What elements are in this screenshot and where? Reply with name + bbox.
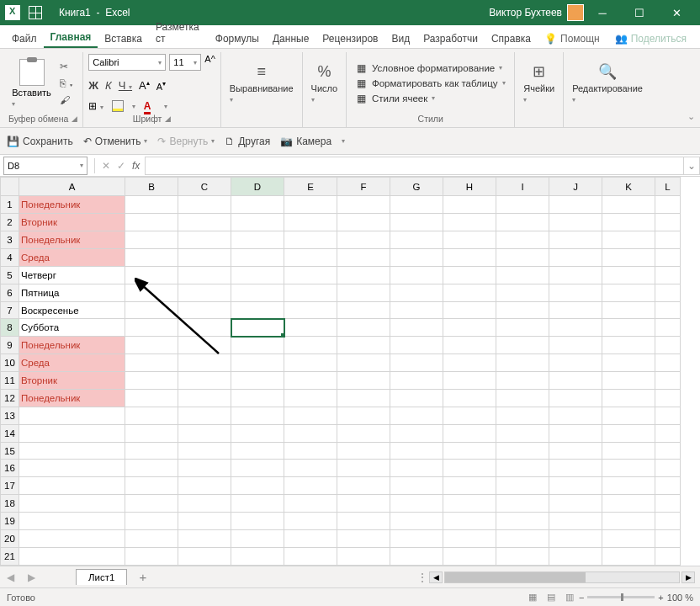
tab-formulas[interactable]: Формулы	[209, 29, 266, 48]
cell-E18[interactable]	[284, 495, 337, 513]
add-sheet-button[interactable]: +	[127, 570, 158, 584]
zoom-in-button[interactable]: +	[658, 593, 663, 603]
name-box[interactable]: D8▾	[3, 157, 88, 175]
row-header-18[interactable]: 18	[1, 495, 19, 513]
row-header-5[interactable]: 5	[1, 266, 19, 284]
qat-more[interactable]: ▾	[342, 137, 345, 145]
formula-bar[interactable]	[145, 157, 683, 175]
cell-J8[interactable]	[549, 319, 602, 337]
cell-C15[interactable]	[178, 442, 231, 460]
cell-A1[interactable]: Понедельник	[19, 196, 125, 214]
cell-G16[interactable]	[390, 460, 443, 477]
cell-L18[interactable]	[655, 495, 681, 513]
page-layout-view-button[interactable]: ▤	[542, 592, 560, 603]
cell-A19[interactable]	[19, 513, 125, 530]
cell-A12[interactable]: Понедельник	[19, 389, 125, 407]
row-header-1[interactable]: 1	[1, 196, 19, 214]
cell-G2[interactable]	[390, 214, 443, 231]
cell-G4[interactable]	[390, 248, 443, 266]
col-header-E[interactable]: E	[284, 178, 337, 196]
row-header-9[interactable]: 9	[1, 337, 19, 354]
cell-D4[interactable]	[231, 248, 284, 266]
cell-K2[interactable]	[602, 214, 655, 231]
hscroll-track[interactable]	[444, 571, 680, 583]
cell-H5[interactable]	[443, 266, 496, 284]
cell-C5[interactable]	[178, 266, 231, 284]
cell-E19[interactable]	[284, 513, 337, 530]
col-header-D[interactable]: D	[231, 178, 284, 196]
cell-E8[interactable]	[284, 319, 337, 337]
cell-J6[interactable]	[549, 284, 602, 301]
cell-A4[interactable]: Среда	[19, 248, 125, 266]
cell-K9[interactable]	[602, 337, 655, 354]
cell-H17[interactable]	[443, 477, 496, 495]
clipboard-launcher[interactable]: ◢	[72, 114, 77, 123]
cell-A5[interactable]: Четверг	[19, 266, 125, 284]
cell-K5[interactable]	[602, 266, 655, 284]
cell-C10[interactable]	[178, 354, 231, 372]
cell-L8[interactable]	[655, 319, 681, 337]
cell-I14[interactable]	[496, 424, 549, 442]
tab-view[interactable]: Вид	[384, 29, 416, 48]
row-header-12[interactable]: 12	[1, 389, 19, 407]
zoom-slider[interactable]	[587, 596, 655, 598]
undo-button[interactable]: ↶Отменить ▾	[83, 136, 148, 147]
cell-F19[interactable]	[337, 513, 390, 530]
cell-F12[interactable]	[337, 389, 390, 407]
cell-F6[interactable]	[337, 284, 390, 301]
cell-L19[interactable]	[655, 513, 681, 530]
cell-J5[interactable]	[549, 266, 602, 284]
paste-button[interactable]: Вставить▾	[12, 59, 51, 108]
user-account[interactable]: Виктор Бухтеев	[489, 4, 584, 21]
row-header-19[interactable]: 19	[1, 513, 19, 530]
cell-C21[interactable]	[178, 547, 231, 565]
cell-G18[interactable]	[390, 495, 443, 513]
cell-D12[interactable]	[231, 389, 284, 407]
cell-A3[interactable]: Понедельник	[19, 231, 125, 249]
alignment-button[interactable]: ≡ Выравнивание▾	[226, 61, 297, 105]
cell-J20[interactable]	[549, 529, 602, 547]
expand-formula-bar[interactable]: ⌄	[683, 157, 700, 175]
cell-L11[interactable]	[655, 372, 681, 390]
cell-G11[interactable]	[390, 372, 443, 390]
cell-I11[interactable]	[496, 372, 549, 390]
cell-F1[interactable]	[337, 196, 390, 214]
sheet-nav-next[interactable]: ▶	[21, 571, 42, 583]
cell-K12[interactable]	[602, 389, 655, 407]
cell-G15[interactable]	[390, 442, 443, 460]
bold-button[interactable]: Ж	[88, 79, 98, 92]
cell-B17[interactable]	[125, 477, 178, 495]
cell-A10[interactable]: Среда	[19, 354, 125, 372]
cell-D6[interactable]	[231, 284, 284, 301]
cell-D11[interactable]	[231, 372, 284, 390]
tab-layout[interactable]: Разметка ст	[149, 18, 209, 48]
cell-A2[interactable]: Вторник	[19, 214, 125, 231]
cell-G7[interactable]	[390, 301, 443, 319]
cell-B15[interactable]	[125, 442, 178, 460]
row-header-21[interactable]: 21	[1, 547, 19, 565]
cell-H9[interactable]	[443, 337, 496, 354]
cell-B2[interactable]	[125, 214, 178, 231]
cell-C13[interactable]	[178, 407, 231, 424]
cell-G17[interactable]	[390, 477, 443, 495]
font-color-button[interactable]	[144, 100, 156, 112]
cell-K1[interactable]	[602, 196, 655, 214]
cell-D16[interactable]	[231, 460, 284, 477]
cell-B8[interactable]	[125, 319, 178, 337]
cell-I21[interactable]	[496, 547, 549, 565]
cell-F4[interactable]	[337, 248, 390, 266]
tab-insert[interactable]: Вставка	[98, 29, 149, 48]
fx-icon[interactable]: fx	[129, 160, 143, 172]
cell-E20[interactable]	[284, 529, 337, 547]
accept-formula-button[interactable]: ✓	[114, 160, 129, 172]
cell-J9[interactable]	[549, 337, 602, 354]
cell-E1[interactable]	[284, 196, 337, 214]
cell-B10[interactable]	[125, 354, 178, 372]
hscroll-right[interactable]: ▶	[681, 571, 695, 583]
row-header-20[interactable]: 20	[1, 529, 19, 547]
cell-A18[interactable]	[19, 495, 125, 513]
select-all-corner[interactable]	[1, 178, 19, 196]
row-header-8[interactable]: 8	[1, 319, 19, 337]
cell-H10[interactable]	[443, 354, 496, 372]
cell-I18[interactable]	[496, 495, 549, 513]
